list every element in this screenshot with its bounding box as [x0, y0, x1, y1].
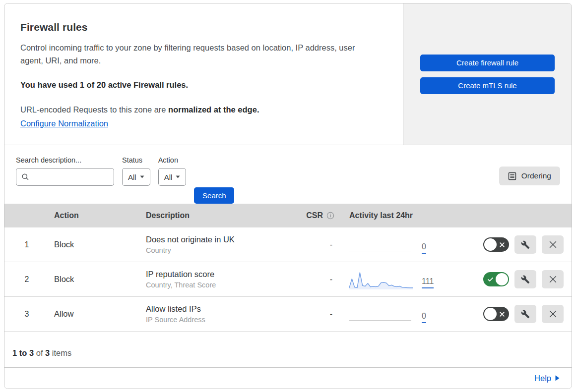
table-row: 3 Allow Allow listed IPs IP Source Addre… [4, 297, 572, 332]
usage-summary: You have used 1 of 20 active Firewall ru… [20, 80, 387, 90]
column-description: Description [141, 211, 295, 220]
rule-fields: Country, Threat Score [146, 281, 290, 289]
rule-priority: 1 [4, 240, 49, 249]
header-section: Firewall rules Control incoming traffic … [4, 3, 572, 145]
rule-fields: Country [146, 246, 290, 254]
chevron-down-icon [140, 175, 144, 178]
activity-sparkline [349, 304, 413, 324]
delete-rule-button[interactable] [542, 305, 564, 323]
pagination-of: of [36, 348, 43, 357]
enable-toggle[interactable] [483, 272, 509, 286]
rule-controls [453, 305, 572, 323]
rule-controls [453, 270, 572, 288]
filter-bar: Search description... Status All Action … [4, 145, 572, 204]
rule-description: Does not originate in UK [146, 235, 290, 244]
check-icon [488, 277, 493, 281]
action-select[interactable]: All [158, 168, 187, 186]
x-icon [500, 312, 505, 317]
header-actions-panel: Create firewall rule Create mTLS rule [403, 3, 572, 145]
ordering-button[interactable]: Ordering [499, 167, 560, 185]
rule-description-cell: IP reputation score Country, Threat Scor… [141, 270, 295, 289]
rule-description: IP reputation score [146, 270, 290, 279]
normalization-bold: normalized at the edge. [168, 105, 259, 114]
search-button[interactable]: Search [194, 187, 234, 204]
ordering-list-icon [508, 172, 516, 180]
create-firewall-rule-button[interactable]: Create firewall rule [420, 55, 555, 71]
activity-count-link[interactable]: 0 [422, 242, 426, 253]
close-icon [549, 310, 557, 318]
delete-rule-button[interactable] [542, 270, 564, 288]
status-label: Status [122, 156, 150, 164]
info-icon[interactable] [326, 212, 334, 220]
status-select[interactable]: All [122, 168, 150, 186]
rule-description-cell: Does not originate in UK Country [141, 235, 295, 254]
normalization-text: URL-encoded Requests to this zone are [20, 105, 168, 114]
search-icon [21, 173, 29, 181]
activity-sparkline [349, 270, 413, 289]
column-action: Action [49, 211, 141, 220]
help-label: Help [534, 374, 551, 383]
help-link[interactable]: Help [534, 374, 560, 383]
toggle-knob [496, 273, 508, 285]
rule-csr-value: - [295, 275, 344, 284]
pagination-total: 3 [45, 348, 50, 357]
table-row: 2 Block IP reputation score Country, Thr… [4, 262, 572, 297]
activity-count-link[interactable]: 0 [422, 312, 426, 323]
rule-action: Block [49, 240, 141, 249]
help-row: Help [4, 367, 572, 389]
close-icon [549, 276, 557, 283]
firewall-rules-panel: Firewall rules Control incoming traffic … [4, 3, 572, 389]
edit-rule-button[interactable] [514, 305, 536, 323]
enable-toggle[interactable] [483, 307, 509, 321]
x-icon [500, 242, 505, 247]
arrow-right-icon [555, 375, 560, 381]
close-icon [549, 241, 557, 248]
search-label: Search description... [16, 156, 114, 164]
normalization-note: URL-encoded Requests to this zone are no… [20, 104, 387, 116]
csr-label: CSR [306, 211, 323, 220]
rule-description: Allow listed IPs [146, 304, 290, 314]
rule-activity-cell: 111 [344, 270, 453, 289]
rule-controls [453, 235, 572, 254]
rule-action: Block [49, 275, 141, 284]
search-group: Search description... [16, 156, 114, 186]
wrench-icon [521, 240, 530, 249]
pagination-range: 1 to 3 [12, 348, 34, 357]
page-title: Firewall rules [20, 21, 387, 33]
wrench-icon [521, 310, 530, 319]
edit-rule-button[interactable] [514, 270, 536, 288]
chevron-down-icon [176, 175, 180, 178]
column-csr: CSR [295, 211, 344, 220]
action-filter-group: Action All [158, 156, 187, 186]
rule-priority: 2 [4, 275, 49, 284]
rule-csr-value: - [295, 240, 344, 249]
column-activity: Activity last 24hr [344, 211, 453, 220]
status-filter-group: Status All [122, 156, 150, 186]
table-header: Action Description CSR Activity last 24h… [4, 204, 572, 227]
rule-fields: IP Source Address [146, 316, 290, 324]
action-selected-value: All [164, 173, 173, 181]
table-row: 1 Block Does not originate in UK Country… [4, 227, 572, 262]
toggle-knob [484, 308, 497, 320]
ordering-button-label: Ordering [521, 171, 551, 180]
create-mtls-rule-button[interactable]: Create mTLS rule [420, 77, 555, 94]
activity-sparkline [349, 235, 413, 255]
enable-toggle[interactable] [483, 237, 509, 252]
action-label: Action [158, 156, 187, 164]
search-input[interactable] [16, 168, 114, 186]
toggle-knob [484, 238, 497, 251]
status-selected-value: All [128, 173, 136, 181]
rule-activity-cell: 0 [344, 235, 453, 255]
edit-rule-button[interactable] [514, 235, 536, 254]
configure-normalization-link[interactable]: Configure Normalization [20, 119, 108, 128]
page-description: Control incoming traffic to your zone by… [20, 41, 378, 67]
rule-description-cell: Allow listed IPs IP Source Address [141, 304, 295, 324]
rule-csr-value: - [295, 310, 344, 319]
rule-activity-cell: 0 [344, 304, 453, 324]
activity-count-link[interactable]: 111 [422, 277, 434, 288]
header-text-block: Firewall rules Control incoming traffic … [4, 3, 403, 145]
rule-priority: 3 [4, 310, 49, 319]
delete-rule-button[interactable] [542, 235, 564, 254]
pagination-items-label: items [52, 348, 71, 357]
rule-action: Allow [49, 309, 141, 319]
